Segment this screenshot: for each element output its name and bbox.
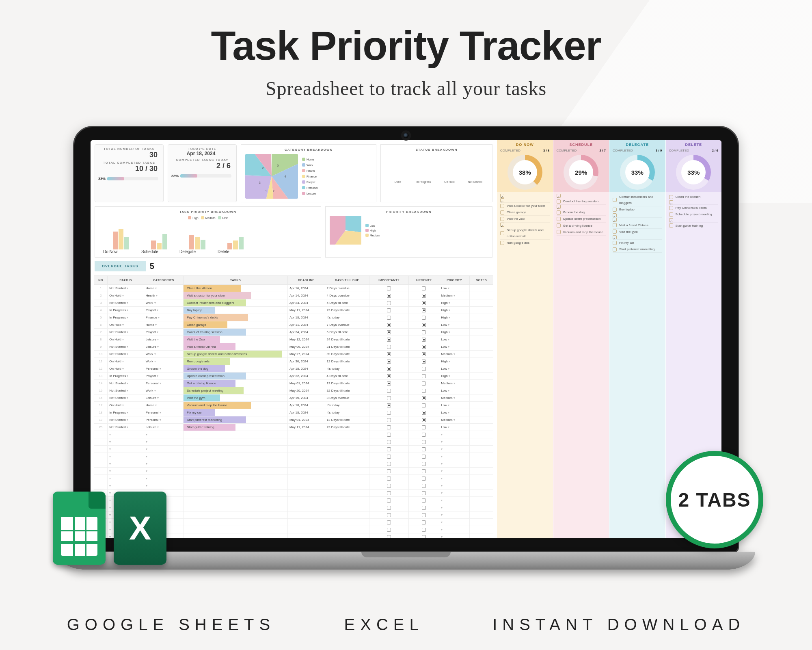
matrix-item[interactable]: Start guitar training [669,223,719,229]
table-row[interactable]: 4In Progress ▾Project ▾Buy laptopMay 11,… [94,307,493,314]
checkbox-icon[interactable] [387,425,391,429]
table-row[interactable]: ▾▾▾ [94,453,493,460]
table-row[interactable]: 3Not Started ▾Work ▾Contact influencers … [94,299,493,307]
matrix-item[interactable]: Start pinterest marketing [613,246,662,253]
checkbox-icon[interactable] [613,247,617,251]
table-row[interactable]: ▾▾▾ [94,460,493,468]
checkbox-icon[interactable]: ✓ [500,198,504,202]
matrix-item[interactable]: Schedule project meeting [669,211,719,218]
matrix-item[interactable]: ✓ [669,218,719,223]
matrix-item[interactable]: Visit a friend Obinna [613,222,662,229]
table-row[interactable]: 6On Hold ▾Home ▾Clean garageApr 11, 2024… [94,321,493,329]
checkbox-icon[interactable] [422,301,426,305]
matrix-item[interactable]: Visit the Zoo [500,216,550,222]
checkbox-icon[interactable] [613,223,617,227]
checkbox-icon[interactable] [500,231,504,235]
table-row[interactable]: 5In Progress ▾Finance ▾Pay Chinonso's de… [94,314,493,321]
table-row[interactable]: 19Not Started ▾Personal ▾Start pinterest… [94,416,493,424]
checkbox-icon[interactable] [422,418,426,422]
checkbox-icon[interactable] [557,210,561,214]
checkbox-icon[interactable]: ✓ [669,200,673,204]
matrix-item[interactable]: Pay Chinonso's debts [669,205,719,211]
checkbox-icon[interactable] [387,286,391,290]
matrix-item[interactable]: Contact influencers and bloggers [613,194,662,206]
checkbox-icon[interactable] [422,396,426,400]
checkbox-icon[interactable] [387,301,391,305]
matrix-item[interactable]: ✓ [613,213,662,218]
checkbox-icon[interactable] [422,374,426,378]
checkbox-icon[interactable] [422,323,426,327]
checkbox-icon[interactable] [613,198,617,202]
matrix-item[interactable]: ✓ [557,194,606,198]
checkbox-icon[interactable] [422,308,426,312]
checkbox-icon[interactable] [613,208,617,212]
checkbox-icon[interactable] [422,367,426,371]
matrix-item[interactable]: Groom the dog [557,209,606,216]
table-row[interactable]: 7Not Started ▾Project ▾Conduct training … [94,329,493,336]
checkbox-icon[interactable]: ✓ [557,194,561,198]
table-row[interactable]: ▾▾▾ [94,468,493,475]
checkbox-icon[interactable] [500,204,504,208]
checkbox-icon[interactable] [422,338,426,342]
matrix-item[interactable]: Set up google sheets and notion websit [500,227,550,240]
matrix-item[interactable]: Clean the kitchen [669,194,719,200]
checkbox-icon[interactable] [422,316,426,320]
checkbox-icon[interactable] [387,411,391,415]
checkbox-icon[interactable] [422,411,426,415]
checkbox-icon[interactable]: ✓ [613,213,617,217]
checkbox-icon[interactable] [422,389,426,393]
table-row[interactable]: ▾▾▾ [94,431,493,438]
table-row[interactable]: 8On Hold ▾Leisure ▾Visit the ZooMay 12, … [94,336,493,343]
checkbox-icon[interactable]: ✓ [613,235,617,239]
table-row[interactable]: 16Not Started ▾Leisure ▾Visit the gymApr… [94,394,493,402]
matrix-item[interactable]: ✓ [500,223,550,227]
checkbox-icon[interactable] [422,360,426,364]
checkbox-icon[interactable] [422,403,426,407]
table-row[interactable]: 12On Hold ▾Personal ▾Groom the dogApr 18… [94,365,493,373]
table-row[interactable]: 20Not Started ▾Leisure ▾Start guitar tra… [94,424,493,431]
matrix-item[interactable]: Clean garage [500,209,550,216]
table-row[interactable]: 1Not Started ▾Home ▾Clean the kitchenApr… [94,285,493,292]
checkbox-icon[interactable]: ✓ [669,218,673,222]
checkbox-icon[interactable] [387,367,391,371]
table-row[interactable]: ▾▾▾ [94,475,493,482]
checkbox-icon[interactable] [422,294,426,298]
table-row[interactable]: 18In Progress ▾Personal ▾Fix my carApr 1… [94,409,493,416]
matrix-item[interactable]: Visit a doctor for your ulcer [500,203,550,209]
table-row[interactable]: 9Not Started ▾Leisure ▾Visit a friend Ob… [94,343,493,351]
checkbox-icon[interactable] [669,223,673,228]
checkbox-icon[interactable] [557,199,561,204]
table-row[interactable]: 10Not Started ▾Work ▾Set up google sheet… [94,351,493,358]
checkbox-icon[interactable] [387,308,391,312]
matrix-item[interactable]: Run google ads [500,240,550,246]
matrix-item[interactable]: ✓ [500,198,550,203]
table-row[interactable]: ▾▾▾ [94,438,493,446]
matrix-item[interactable]: ✓ [557,205,606,209]
table-row[interactable]: 17On Hold ▾Home ▾Vacuum and mop the hous… [94,402,493,409]
matrix-item[interactable]: Get a driving licence [557,223,606,229]
checkbox-icon[interactable] [387,389,391,393]
table-row[interactable]: 11On Hold ▾Work ▾Run google adsApr 30, 2… [94,358,493,365]
checkbox-icon[interactable] [422,352,426,356]
checkbox-icon[interactable] [387,316,391,320]
matrix-item[interactable]: ✓ [669,200,719,205]
checkbox-icon[interactable] [500,217,504,221]
matrix-item[interactable]: ✓ [613,218,662,222]
checkbox-icon[interactable] [387,294,391,298]
matrix-item[interactable]: Fix my car [613,240,662,246]
checkbox-icon[interactable] [669,212,673,217]
matrix-item[interactable]: ✓ [500,194,550,198]
matrix-item[interactable]: Conduct training session [557,198,606,205]
table-row[interactable]: 14Not Started ▾Personal ▾Get a driving l… [94,380,493,387]
checkbox-icon[interactable] [422,345,426,349]
checkbox-icon[interactable] [500,241,504,245]
checkbox-icon[interactable] [557,230,561,234]
checkbox-icon[interactable]: ✓ [500,194,504,198]
checkbox-icon[interactable] [387,345,391,349]
checkbox-icon[interactable]: ✓ [557,205,561,209]
checkbox-icon[interactable] [669,206,673,210]
checkbox-icon[interactable] [422,330,426,334]
checkbox-icon[interactable] [387,360,391,364]
checkbox-icon[interactable] [422,425,426,429]
table-row[interactable]: 13In Progress ▾Project ▾Update client pr… [94,373,493,380]
